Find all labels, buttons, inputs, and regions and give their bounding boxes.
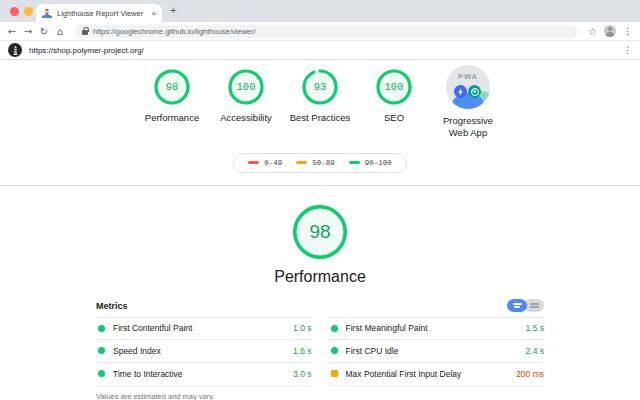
metric-value: 1.5 s <box>526 323 544 333</box>
metric-value: 2.4 s <box>526 346 544 356</box>
category-gauge: 98 <box>291 203 349 261</box>
pass-dot-icon <box>98 347 105 354</box>
metric-name: Time to Interactive <box>113 369 293 379</box>
scores-summary-row: 98 Performance 100 Accessibility <box>0 68 640 140</box>
report-content: 98 Performance 100 Accessibility <box>0 60 640 400</box>
pwa-installable-icon: + <box>468 85 481 98</box>
gauge-label: Best Practices <box>290 112 351 124</box>
category-title: Performance <box>0 268 640 286</box>
back-icon[interactable]: ← <box>4 26 20 37</box>
metric-row-first-cpu-idle: First CPU Idle 2.4 s <box>329 340 545 363</box>
average-dash-icon <box>296 161 307 165</box>
lighthouse-viewer-bar: https://shop.polymer-project.org/ ⋮ <box>0 40 640 60</box>
metric-name: Speed Index <box>113 346 293 356</box>
metrics-left-column: First Contentful Paint 1.0 s Speed Index… <box>96 317 312 386</box>
gauge-label: Accessibility <box>220 112 272 124</box>
bookmark-star-icon[interactable]: ☆ <box>588 26 597 37</box>
home-icon[interactable]: ⌂ <box>52 26 68 37</box>
metric-row-first-contentful-paint: First Contentful Paint 1.0 s <box>96 317 312 340</box>
metrics-title: Metrics <box>96 301 128 311</box>
metrics-view-toggle <box>507 299 544 312</box>
pass-dot-icon <box>98 370 105 377</box>
metric-row-first-meaningful-paint: First Meaningful Paint 1.5 s <box>329 317 545 340</box>
pass-dash-icon <box>349 161 360 165</box>
gauge-accessibility[interactable]: 100 Accessibility <box>209 68 283 124</box>
pass-dot-icon <box>331 325 338 332</box>
lighthouse-logo-icon <box>8 43 22 57</box>
legend-item-fail: 0-49 <box>248 159 282 167</box>
metric-value: 1.0 s <box>293 323 311 333</box>
metrics-right-column: First Meaningful Paint 1.5 s First CPU I… <box>329 317 545 386</box>
gauge-score: 98 <box>153 68 191 106</box>
metric-row-speed-index: Speed Index 1.6 s <box>96 340 312 363</box>
pwa-badge-text: PWA <box>446 72 490 81</box>
browser-tab[interactable]: Lighthouse Report Viewer × <box>36 4 162 22</box>
browser-menu-icon[interactable]: ⋮ <box>623 26 632 36</box>
refresh-icon[interactable]: ↻ <box>36 26 52 37</box>
pwa-label: Progressive Web App <box>443 115 493 140</box>
gauge-score: 100 <box>227 68 265 106</box>
gauge-score: 93 <box>301 68 339 106</box>
gauge-performance[interactable]: 98 Performance <box>135 68 209 124</box>
metric-value: 3.0 s <box>293 369 311 379</box>
metrics-section: Metrics First Contentful Paint 1.0 s <box>96 297 544 400</box>
address-url: https://googlechrome.github.io/lighthous… <box>93 27 256 36</box>
list-view-toggle-button[interactable] <box>524 299 544 312</box>
pwa-badge-icon: PWA + <box>446 65 490 109</box>
browser-window: Lighthouse Report Viewer × + ← → ↻ ⌂ htt… <box>0 0 640 400</box>
metric-name: First CPU Idle <box>346 346 526 356</box>
pass-dot-icon <box>98 325 105 332</box>
gauge-seo[interactable]: 100 SEO <box>357 68 431 124</box>
legend-item-average: 50-89 <box>296 159 335 167</box>
average-square-icon <box>331 370 338 377</box>
metric-value: 1.6 s <box>293 346 311 356</box>
lock-icon <box>82 30 88 35</box>
tab-title: Lighthouse Report Viewer <box>57 9 146 18</box>
forward-icon[interactable]: → <box>20 26 36 37</box>
report-page-url: https://shop.polymer-project.org/ <box>29 46 616 55</box>
pass-dot-icon <box>331 347 338 354</box>
metric-name: First Contentful Paint <box>113 323 293 333</box>
close-tab-icon[interactable]: × <box>151 9 156 18</box>
fail-dash-icon <box>248 161 259 165</box>
profile-avatar[interactable] <box>604 25 616 37</box>
pwa-badge-item[interactable]: PWA + Progressive Web App <box>431 68 505 140</box>
gauge-label: SEO <box>384 112 404 124</box>
minimize-window-button[interactable] <box>24 7 33 16</box>
metrics-footnote: Values are estimated and may vary. <box>96 392 544 400</box>
metric-name: First Meaningful Paint <box>346 323 526 333</box>
legend-item-pass: 90-100 <box>349 159 392 167</box>
tab-strip: Lighthouse Report Viewer × + <box>0 0 640 22</box>
gauge-score: 100 <box>375 68 413 106</box>
address-bar[interactable]: https://googlechrome.github.io/lighthous… <box>74 25 578 38</box>
metric-value: 200 ms <box>516 369 544 379</box>
score-legend: 0-49 50-89 90-100 <box>233 153 407 173</box>
metric-row-time-to-interactive: Time to Interactive 3.0 s <box>96 363 312 386</box>
pwa-fast-reliable-icon <box>454 85 467 98</box>
viewer-menu-icon[interactable]: ⋮ <box>623 45 632 55</box>
browser-navbar: ← → ↻ ⌂ https://googlechrome.github.io/l… <box>0 22 640 40</box>
metric-name: Max Potential First Input Delay <box>346 369 517 379</box>
category-score: 98 <box>291 203 349 261</box>
gauge-label: Performance <box>145 112 199 124</box>
section-divider <box>0 185 640 186</box>
metric-row-max-potential-fid: Max Potential First Input Delay 200 ms <box>329 363 545 386</box>
gauge-best-practices[interactable]: 93 Best Practices <box>283 68 357 124</box>
dense-view-toggle-button[interactable] <box>507 299 527 312</box>
lighthouse-favicon <box>42 8 52 18</box>
close-window-button[interactable] <box>10 7 19 16</box>
new-tab-button[interactable]: + <box>170 4 176 16</box>
